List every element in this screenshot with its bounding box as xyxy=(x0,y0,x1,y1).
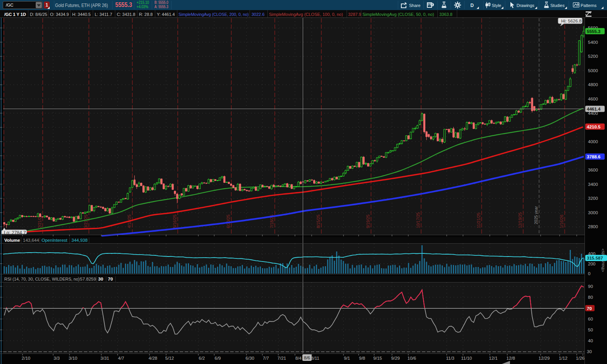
svg-text:Hi: 5626.8: Hi: 5626.8 xyxy=(561,19,581,23)
svg-text:5400: 5400 xyxy=(588,40,598,45)
svg-text:3788.6: 3788.6 xyxy=(587,154,600,159)
svg-text:6/2: 6/2 xyxy=(199,356,205,361)
svg-text:0: 0 xyxy=(588,271,590,276)
svg-text:3/31: 3/31 xyxy=(101,356,109,361)
svg-text:90: 90 xyxy=(588,284,593,289)
svg-text:70: 70 xyxy=(587,306,592,311)
svg-text:40: 40 xyxy=(588,338,593,343)
svg-text:7/7: 7/7 xyxy=(263,356,269,361)
svg-text:3/21/25: 3/21/25 xyxy=(83,215,88,228)
svg-text:6/30: 6/30 xyxy=(246,356,254,361)
svg-text:12/19/25: 12/19/25 xyxy=(518,212,522,228)
svg-text:5555.3: 5555.3 xyxy=(587,29,600,34)
svg-text:9/8: 9/8 xyxy=(359,356,365,361)
svg-text:12/29: 12/29 xyxy=(539,356,550,361)
svg-text:4210.5: 4210.5 xyxy=(587,125,601,129)
svg-text:50: 50 xyxy=(588,328,593,332)
svg-text:11/21/25: 11/21/25 xyxy=(476,213,481,228)
svg-text:12/1: 12/1 xyxy=(489,356,498,361)
svg-text:4800: 4800 xyxy=(588,82,598,87)
svg-text:9/19/25: 9/19/25 xyxy=(366,215,370,228)
svg-text:5/12: 5/12 xyxy=(165,356,174,361)
svg-text:Lo: 2784.7: Lo: 2784.7 xyxy=(4,230,26,236)
svg-text:5200: 5200 xyxy=(588,54,598,59)
svg-text:1/26: 1/26 xyxy=(576,356,584,361)
svg-text:200: 200 xyxy=(588,262,595,266)
svg-text:4000: 4000 xyxy=(588,139,598,144)
svg-text:3600: 3600 xyxy=(588,168,598,172)
svg-text:30: 30 xyxy=(587,349,592,354)
svg-text:9/15: 9/15 xyxy=(373,356,382,361)
svg-text:2025 year: 2025 year xyxy=(534,206,538,224)
svg-text:60: 60 xyxy=(588,317,593,321)
svg-text:3200: 3200 xyxy=(588,196,598,201)
svg-text:4600: 4600 xyxy=(588,97,598,101)
svg-text:3400: 3400 xyxy=(588,182,598,187)
svg-text:7/21: 7/21 xyxy=(277,356,286,361)
svg-text:4/7: 4/7 xyxy=(118,356,124,361)
svg-text:11/3: 11/3 xyxy=(446,356,454,361)
svg-text:315.587: 315.587 xyxy=(587,256,603,260)
svg-text:8/6: 8/6 xyxy=(304,355,310,360)
svg-text:3/3: 3/3 xyxy=(54,356,60,361)
svg-text:2800: 2800 xyxy=(588,224,598,229)
svg-text:5000: 5000 xyxy=(588,68,598,73)
svg-text:11/10: 11/10 xyxy=(461,356,472,361)
svg-text:3/10: 3/10 xyxy=(69,356,77,361)
svg-text:8/4: 8/4 xyxy=(295,356,302,361)
svg-text:10/17/25: 10/17/25 xyxy=(416,212,420,228)
svg-text:10/6: 10/6 xyxy=(408,356,416,361)
svg-text:9/1: 9/1 xyxy=(344,356,350,361)
svg-text:9/29: 9/29 xyxy=(391,356,400,361)
svg-text:4461.4: 4461.4 xyxy=(587,107,601,111)
svg-text:2/10: 2/10 xyxy=(22,356,30,361)
svg-text:1/12: 1/12 xyxy=(559,356,567,361)
svg-text:12/8: 12/8 xyxy=(506,356,515,361)
svg-text:3000: 3000 xyxy=(588,210,598,215)
svg-text:6/20/25: 6/20/25 xyxy=(226,215,231,228)
svg-text:5/16/25: 5/16/25 xyxy=(172,215,177,228)
svg-text:8/11: 8/11 xyxy=(311,356,319,361)
svg-text:6/9: 6/9 xyxy=(215,356,221,361)
svg-text:1/16/26: 1/16/26 xyxy=(559,215,564,228)
svg-text:4/28: 4/28 xyxy=(149,356,157,361)
svg-text:80: 80 xyxy=(588,295,593,300)
svg-text:8/15/25: 8/15/25 xyxy=(316,215,321,228)
